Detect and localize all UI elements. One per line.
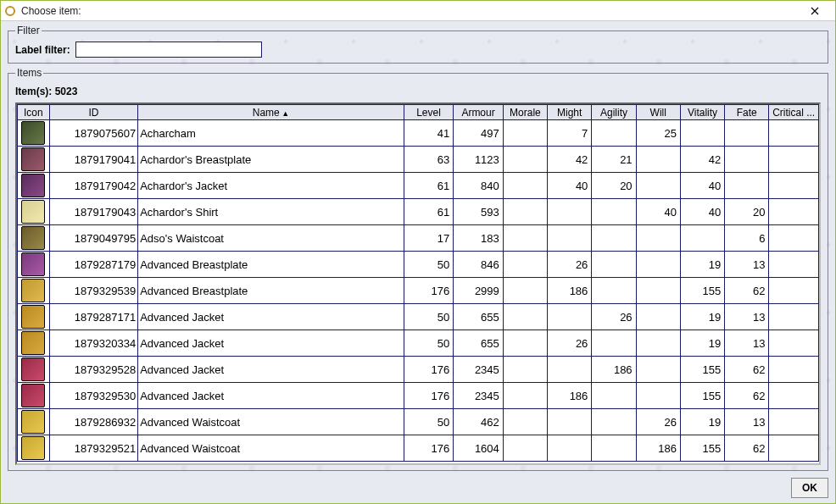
cell-will	[636, 304, 680, 330]
cell-critical	[769, 409, 819, 435]
cell-agility: 26	[592, 304, 636, 330]
cell-name: Advanced Breastplate	[138, 252, 404, 278]
cell-armour: 1604	[454, 435, 504, 462]
col-vitality[interactable]: Vitality	[680, 105, 724, 120]
filter-label: Label filter:	[15, 44, 70, 56]
cell-critical	[769, 304, 819, 330]
table-row[interactable]: 1879329530Advanced Jacket176234518615562	[18, 383, 819, 409]
cell-level: 50	[404, 304, 454, 330]
cell-will: 26	[636, 409, 680, 435]
table-row[interactable]: 1879286932Advanced Waistcoat50462261913	[18, 409, 819, 435]
cell-morale	[503, 409, 547, 435]
titlebar: Choose item:	[1, 1, 835, 21]
label-filter-input[interactable]	[75, 42, 262, 58]
cell-fate	[725, 173, 769, 199]
cell-fate: 62	[725, 357, 769, 383]
cell-morale	[503, 173, 547, 199]
table-row[interactable]: 1879320334Advanced Jacket50655261913	[18, 330, 819, 357]
table-row[interactable]: 1879329521Advanced Waistcoat176160418615…	[18, 435, 819, 462]
cell-icon	[18, 330, 50, 357]
col-critical[interactable]: Critical ...	[769, 105, 819, 120]
col-agility[interactable]: Agility	[592, 105, 636, 120]
table-row[interactable]: 1879075607Acharcham41497725	[18, 120, 819, 147]
cell-vitality	[680, 120, 724, 147]
cell-might	[548, 357, 592, 383]
cell-fate: 13	[725, 252, 769, 278]
cell-armour: 846	[454, 252, 504, 278]
cell-might	[548, 304, 592, 330]
cell-icon	[18, 357, 50, 383]
table-row[interactable]: 1879049795Adso's Waistcoat171836	[18, 225, 819, 252]
cell-name: Achardor's Jacket	[138, 173, 404, 199]
cell-level: 17	[404, 225, 454, 252]
table-row[interactable]: 1879179042Achardor's Jacket61840402040	[18, 173, 819, 199]
cell-will: 40	[636, 199, 680, 225]
cell-vitality: 19	[680, 252, 724, 278]
col-id[interactable]: ID	[49, 105, 138, 120]
cell-might: 26	[548, 252, 592, 278]
table-row[interactable]: 1879329528Advanced Jacket176234518615562	[18, 357, 819, 383]
col-morale[interactable]: Morale	[503, 105, 547, 120]
cell-morale	[503, 199, 547, 225]
cell-morale	[503, 330, 547, 357]
col-name[interactable]: Name ▲	[138, 105, 404, 120]
table-row[interactable]: 1879329539Advanced Breastplate1762999186…	[18, 278, 819, 304]
cell-level: 50	[404, 409, 454, 435]
cell-agility	[592, 120, 636, 147]
cell-critical	[769, 225, 819, 252]
cell-vitality: 42	[680, 147, 724, 173]
cell-morale	[503, 357, 547, 383]
cell-name: Advanced Jacket	[138, 383, 404, 409]
cell-vitality: 155	[680, 435, 724, 462]
cell-level: 50	[404, 252, 454, 278]
col-icon[interactable]: Icon	[18, 105, 50, 120]
cell-id: 1879286932	[49, 409, 138, 435]
cell-name: Advanced Jacket	[138, 304, 404, 330]
close-button[interactable]	[798, 3, 832, 19]
cell-icon	[18, 409, 50, 435]
cell-might	[548, 225, 592, 252]
col-armour[interactable]: Armour	[454, 105, 504, 120]
cell-fate: 62	[725, 383, 769, 409]
item-icon	[21, 200, 45, 224]
cell-armour: 462	[454, 409, 504, 435]
cell-agility	[592, 409, 636, 435]
item-icon	[21, 436, 45, 460]
col-might[interactable]: Might	[548, 105, 592, 120]
cell-agility: 21	[592, 147, 636, 173]
cell-name: Achardor's Shirt	[138, 199, 404, 225]
cell-name: Adso's Waistcoat	[138, 225, 404, 252]
item-icon	[21, 252, 45, 276]
cell-vitality: 155	[680, 383, 724, 409]
cell-id: 1879329521	[49, 435, 138, 462]
cell-fate: 13	[725, 304, 769, 330]
item-icon	[21, 331, 45, 355]
table-row[interactable]: 1879179043Achardor's Shirt61593404020	[18, 199, 819, 225]
cell-id: 1879287171	[49, 304, 138, 330]
cell-icon	[18, 147, 50, 173]
cell-level: 176	[404, 278, 454, 304]
cell-fate: 13	[725, 330, 769, 357]
cell-armour: 840	[454, 173, 504, 199]
cell-fate	[725, 120, 769, 147]
cell-armour: 497	[454, 120, 504, 147]
item-icon	[21, 410, 45, 434]
col-will[interactable]: Will	[636, 105, 680, 120]
table-row[interactable]: 1879179041Achardor's Breastplate63112342…	[18, 147, 819, 173]
cell-id: 1879329530	[49, 383, 138, 409]
col-level[interactable]: Level	[404, 105, 454, 120]
table-row[interactable]: 1879287179Advanced Breastplate5084626191…	[18, 252, 819, 278]
ok-button[interactable]: OK	[791, 478, 828, 498]
cell-fate: 6	[725, 225, 769, 252]
cell-vitality: 155	[680, 357, 724, 383]
app-icon	[4, 5, 16, 17]
grid-scroll[interactable]: IconIDName ▲LevelArmourMoraleMightAgilit…	[17, 104, 819, 463]
cell-level: 63	[404, 147, 454, 173]
cell-armour: 655	[454, 330, 504, 357]
col-fate[interactable]: Fate	[725, 105, 769, 120]
table-row[interactable]: 1879287171Advanced Jacket50655261913	[18, 304, 819, 330]
cell-agility	[592, 199, 636, 225]
items-group: Items Item(s): 5023 IconIDName ▲LevelArm…	[8, 67, 828, 471]
cell-agility	[592, 435, 636, 462]
items-count: Item(s): 5023	[15, 86, 821, 97]
